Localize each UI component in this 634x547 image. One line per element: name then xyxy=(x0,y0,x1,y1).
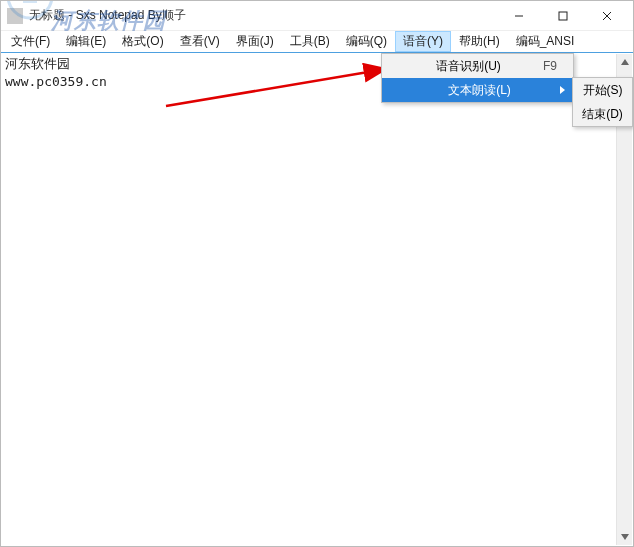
svg-marker-8 xyxy=(621,59,629,65)
menu-encoding-ansi[interactable]: 编码_ANSI xyxy=(508,31,583,52)
menu-interface[interactable]: 界面(J) xyxy=(228,31,282,52)
dropdown-item-text-read[interactable]: 文本朗读(L) xyxy=(382,78,573,102)
text-read-submenu: 开始(S) 结束(D) xyxy=(572,77,633,127)
scroll-down-button[interactable] xyxy=(617,529,632,545)
svg-rect-3 xyxy=(559,12,567,20)
titlebar: 无标题 - Sxs Notepad By顺子 xyxy=(1,1,633,31)
window-title: 无标题 - Sxs Notepad By顺子 xyxy=(29,7,497,24)
submenu-item-start[interactable]: 开始(S) xyxy=(573,78,632,102)
menu-file[interactable]: 文件(F) xyxy=(3,31,58,52)
submenu-item-end[interactable]: 结束(D) xyxy=(573,102,632,126)
scroll-track[interactable] xyxy=(617,70,632,529)
minimize-button[interactable] xyxy=(497,2,541,30)
dropdown-item-label: 语音识别(U) xyxy=(412,58,543,75)
menu-help[interactable]: 帮助(H) xyxy=(451,31,508,52)
dropdown-item-label: 文本朗读(L) xyxy=(412,82,565,99)
menu-tools[interactable]: 工具(B) xyxy=(282,31,338,52)
menu-voice[interactable]: 语音(Y) xyxy=(395,31,451,52)
menu-edit[interactable]: 编辑(E) xyxy=(58,31,114,52)
submenu-item-label: 开始(S) xyxy=(583,82,623,99)
menu-view[interactable]: 查看(V) xyxy=(172,31,228,52)
submenu-item-label: 结束(D) xyxy=(582,106,623,123)
svg-marker-9 xyxy=(621,534,629,540)
dropdown-item-shortcut: F9 xyxy=(543,59,565,73)
window-controls xyxy=(497,2,629,30)
menu-encoding[interactable]: 编码(Q) xyxy=(338,31,395,52)
app-icon xyxy=(7,8,23,24)
scroll-up-button[interactable] xyxy=(617,54,632,70)
menu-format[interactable]: 格式(O) xyxy=(114,31,171,52)
close-button[interactable] xyxy=(585,2,629,30)
maximize-button[interactable] xyxy=(541,2,585,30)
vertical-scrollbar[interactable] xyxy=(616,54,632,545)
editor-area[interactable]: 河东软件园 www.pc0359.cn xyxy=(1,53,633,546)
dropdown-item-voice-recognition[interactable]: 语音识别(U) F9 xyxy=(382,54,573,78)
voice-dropdown: 语音识别(U) F9 文本朗读(L) xyxy=(381,53,574,103)
chevron-right-icon xyxy=(560,86,565,94)
menubar: 文件(F) 编辑(E) 格式(O) 查看(V) 界面(J) 工具(B) 编码(Q… xyxy=(1,31,633,53)
